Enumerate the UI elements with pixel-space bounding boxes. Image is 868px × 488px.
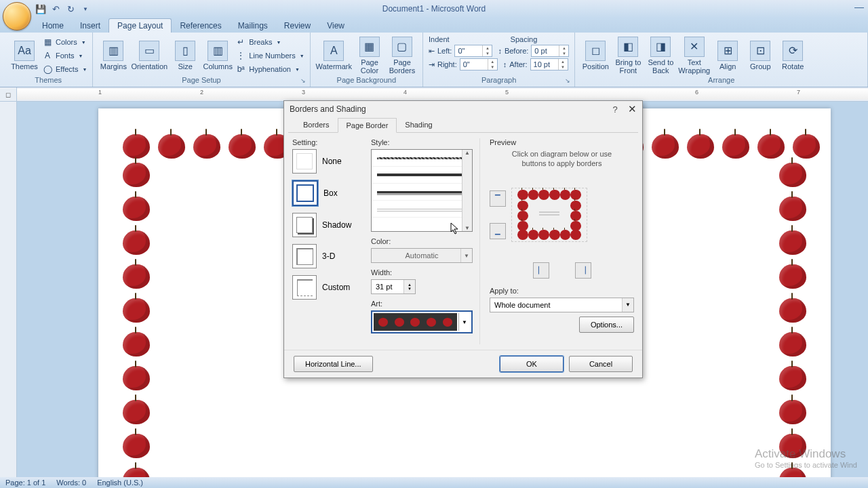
paragraph-launcher-icon[interactable]: ↘ xyxy=(564,77,572,85)
group-button[interactable]: ⊡Group xyxy=(745,41,775,70)
dialog-titlebar[interactable]: Borders and Shading ? ✕ xyxy=(284,101,642,117)
dialog-tab-borders[interactable]: Borders xyxy=(295,118,338,133)
redo-icon[interactable]: ↻ xyxy=(64,2,77,16)
qat-dropdown-icon[interactable]: ▼ xyxy=(79,2,92,16)
group-page-setup: ▥Margins ▭Orientation ▯Size ▥Columns ↵Br… xyxy=(93,33,310,87)
orientation-button[interactable]: ▭Orientation xyxy=(131,41,167,70)
position-button[interactable]: ◻Position xyxy=(580,41,610,70)
line-numbers-button[interactable]: ⋮Line Numbers▼ xyxy=(235,49,304,62)
fonts-button[interactable]: AFonts▼ xyxy=(42,49,87,62)
hyphenation-icon: bª xyxy=(235,64,246,75)
breaks-icon: ↵ xyxy=(235,37,246,47)
style-listbox[interactable]: ▲▼ xyxy=(371,149,473,232)
activate-windows-watermark: Activate Windows Go to Settings to activ… xyxy=(755,447,857,469)
spacing-before-icon: ↕ xyxy=(498,47,502,55)
themes-label: Themes xyxy=(11,62,38,70)
tab-insert[interactable]: Insert xyxy=(72,19,108,33)
size-icon: ▯ xyxy=(175,41,195,61)
themes-button[interactable]: Aa Themes xyxy=(9,41,39,70)
width-spinner[interactable]: ▲▼ xyxy=(403,280,415,293)
columns-icon: ▥ xyxy=(208,41,228,61)
vertical-ruler[interactable] xyxy=(0,102,17,479)
indent-right-input[interactable]: 0"▲▼ xyxy=(460,58,498,70)
page-setup-launcher-icon[interactable]: ↘ xyxy=(299,77,307,85)
columns-button[interactable]: ▥Columns xyxy=(203,41,233,70)
spacing-after-input[interactable]: 10 pt▲▼ xyxy=(530,58,568,70)
group-label-paragraph: Paragraph xyxy=(429,76,569,85)
indent-left-icon: ⇤ xyxy=(429,47,435,56)
preview-page[interactable] xyxy=(511,188,587,242)
style-scrollbar[interactable]: ▲▼ xyxy=(462,150,472,231)
dialog-tab-page-border[interactable]: Page Border xyxy=(338,118,397,133)
breaks-button[interactable]: ↵Breaks▼ xyxy=(235,36,304,48)
setting-custom-thumb xyxy=(292,275,317,300)
tab-page-layout[interactable]: Page Layout xyxy=(108,18,172,33)
page-color-icon: ▦ xyxy=(359,37,380,57)
office-button[interactable] xyxy=(3,2,31,30)
undo-icon[interactable]: ↶ xyxy=(49,2,62,16)
margins-icon: ▥ xyxy=(103,41,123,61)
effects-button[interactable]: ◯Effects▼ xyxy=(42,63,87,75)
horizontal-ruler[interactable]: 1 2 3 4 5 6 7 xyxy=(17,89,868,100)
cancel-button[interactable]: Cancel xyxy=(569,356,633,372)
status-bar: Page: 1 of 1 Words: 0 English (U.S.) xyxy=(0,477,868,488)
tab-view[interactable]: View xyxy=(319,19,353,33)
preview-top-border-button[interactable]: ▔ xyxy=(490,190,506,207)
tab-references[interactable]: References xyxy=(172,19,229,33)
setting-box[interactable]: Box xyxy=(292,180,367,206)
hyphenation-button[interactable]: bªHyphenation▼ xyxy=(235,63,304,75)
watermark-icon: A xyxy=(323,41,344,61)
dialog-help-icon[interactable]: ? xyxy=(608,102,622,116)
position-icon: ◻ xyxy=(585,41,606,61)
preview-bottom-border-button[interactable]: ▁ xyxy=(490,223,506,239)
width-combo[interactable]: 31 pt ▲▼ xyxy=(371,279,416,294)
tab-mailings[interactable]: Mailings xyxy=(230,19,276,33)
align-button[interactable]: ⊞Align xyxy=(713,41,743,70)
chevron-down-icon: ▼ xyxy=(622,298,633,312)
margins-button[interactable]: ▥Margins xyxy=(98,41,128,70)
indent-header: Indent xyxy=(429,35,450,43)
setting-3d[interactable]: 3-D xyxy=(292,244,367,268)
options-button[interactable]: Options... xyxy=(579,317,634,333)
preview-area: ▔ ▁ xyxy=(490,174,634,256)
text-wrap-button[interactable]: ✕Text Wrapping xyxy=(678,37,710,75)
page-color-button[interactable]: ▦Page Color xyxy=(355,37,384,75)
setting-shadow[interactable]: Shadow xyxy=(292,213,367,237)
setting-custom[interactable]: Custom xyxy=(292,275,367,300)
style-column: Style: ▲▼ Color: Automatic ▼ Width: 31 p… xyxy=(371,138,480,344)
size-button[interactable]: ▯Size xyxy=(170,41,200,70)
minimize-button[interactable]: — xyxy=(854,1,864,12)
preview-left-border-button[interactable]: ▏ xyxy=(533,262,549,279)
page-borders-button[interactable]: ▢Page Borders xyxy=(387,37,417,75)
bring-front-button[interactable]: ◧Bring to Front xyxy=(613,37,643,75)
apply-to-combo[interactable]: Whole document ▼ xyxy=(490,298,634,312)
tab-home[interactable]: Home xyxy=(34,19,72,33)
status-words[interactable]: Words: 0 xyxy=(56,479,86,487)
group-arrange: ◻Position ◧Bring to Front ◨Send to Back … xyxy=(575,33,868,87)
tab-review[interactable]: Review xyxy=(276,19,319,33)
spacing-before-input[interactable]: 0 pt▲▼ xyxy=(531,45,569,57)
dialog-tab-shading[interactable]: Shading xyxy=(397,118,440,133)
preview-right-border-button[interactable]: ▕ xyxy=(575,262,591,279)
ok-button[interactable]: OK xyxy=(500,356,564,372)
indent-left-input[interactable]: 0"▲▼ xyxy=(454,45,492,57)
color-combo[interactable]: Automatic ▼ xyxy=(371,248,473,263)
setting-none[interactable]: None xyxy=(292,149,367,174)
ruler-corner-icon[interactable]: ◻ xyxy=(0,87,17,101)
group-label-page-setup: Page Setup xyxy=(98,76,304,85)
horizontal-line-button[interactable]: Horizontal Line... xyxy=(294,356,373,372)
rotate-button[interactable]: ⟳Rotate xyxy=(778,41,808,70)
art-combo[interactable]: ▼ xyxy=(371,310,473,333)
orientation-icon: ▭ xyxy=(139,41,159,61)
status-language[interactable]: English (U.S.) xyxy=(97,479,143,487)
setting-none-thumb xyxy=(292,149,317,174)
colors-button[interactable]: ▦Colors▼ xyxy=(42,36,87,48)
status-page[interactable]: Page: 1 of 1 xyxy=(5,479,45,487)
send-back-icon: ◨ xyxy=(650,37,671,57)
ruler-area: ◻ 1 2 3 4 5 6 7 xyxy=(0,87,868,102)
watermark-button[interactable]: AWatermark xyxy=(316,41,352,70)
save-icon[interactable]: 💾 xyxy=(34,2,47,16)
send-back-button[interactable]: ◨Send to Back xyxy=(646,37,675,75)
dialog-tabs: Borders Page Border Shading xyxy=(288,117,638,133)
dialog-close-icon[interactable]: ✕ xyxy=(625,102,639,116)
